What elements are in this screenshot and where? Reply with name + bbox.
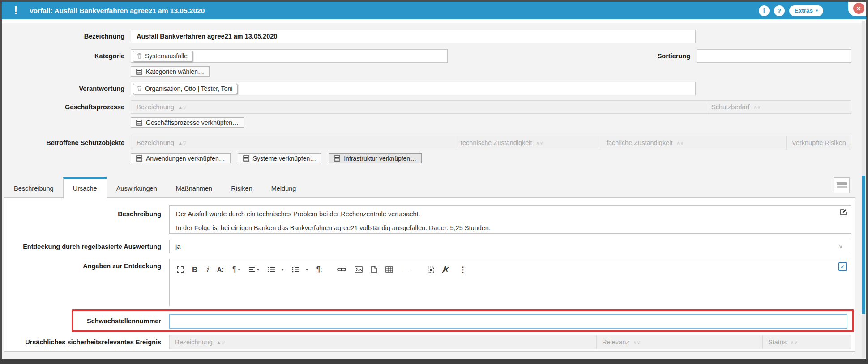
verantwortung-field[interactable]: Organisation, Otto | Tester, Toni (131, 82, 696, 95)
verantwortung-chip[interactable]: Organisation, Otto | Tester, Toni (133, 84, 237, 94)
tab-risiken[interactable]: Risiken (222, 179, 262, 198)
beschreibung-paragraph: Der Ausfall wurde durch ein technisches … (176, 210, 851, 218)
column-verknuepfte-risiken[interactable]: Verknüpfte Risiken ∧∨ (786, 136, 851, 150)
kategorie-chip[interactable]: Systemausfälle (133, 51, 192, 61)
verantwortung-label: Verantwortung (27, 82, 124, 95)
verantwortung-chip-label: Organisation, Otto | Tester, Toni (145, 85, 232, 92)
kategorien-waehlen-button[interactable]: Kategorien wählen… (131, 66, 210, 77)
sort-icon: ∧∨ (850, 141, 851, 146)
bezeichnung-input[interactable] (131, 30, 696, 43)
sortierung-input[interactable] (697, 49, 851, 63)
schutzobjekte-table-header: Bezeichnung ▲▽ technische Zuständigkeit … (131, 136, 851, 150)
fullscreen-icon[interactable] (177, 266, 184, 273)
sort-icon: ∧∨ (536, 141, 544, 146)
chevron-down-icon: ∨ (838, 243, 843, 250)
schwachstellennummer-input[interactable] (169, 314, 847, 329)
edit-icon[interactable] (840, 208, 847, 218)
extras-label: Extras (795, 7, 813, 14)
chevron-down-icon: ▾ (238, 268, 240, 272)
rows-icon (837, 182, 847, 189)
select-all-icon[interactable] (428, 266, 434, 273)
geschaeftsprozesse-table-header: Bezeichnung ▲▽ Schutzbedarf ∧∨ (131, 100, 851, 114)
entdeckung-value: ja (175, 243, 180, 251)
column-relevanz[interactable]: Relevanz ∧∨ (596, 335, 762, 349)
close-corner: × (848, 2, 866, 16)
tab-ursache[interactable]: Ursache (63, 177, 107, 198)
link-icon[interactable] (337, 267, 346, 272)
geschaeftsprozesse-verknuepfen-label: Geschäftsprozesse verknüpfen… (146, 119, 239, 126)
column-schutzbedarf[interactable]: Schutzbedarf ∧∨ (706, 101, 851, 113)
column-technische-zustaendigkeit[interactable]: technische Zuständigkeit ∧∨ (455, 136, 601, 150)
angaben-editor[interactable]: B i A: ¶▾ ▾ ▾ ▾ ¶: — A ⋮ ✓ (169, 259, 851, 306)
align-icon[interactable]: ▾ (248, 267, 259, 272)
chevron-down-icon: ▾ (306, 268, 308, 272)
ordered-list-icon[interactable]: ▾ (268, 267, 284, 273)
clear-format-icon[interactable]: A (443, 266, 448, 273)
kategorie-label: Kategorie (27, 49, 124, 63)
tab-massnahmen[interactable]: Maßnahmen (167, 179, 222, 198)
schutzobjekte-label: Betroffene Schutzobjekte (27, 136, 124, 150)
tab-meldung[interactable]: Meldung (262, 179, 306, 198)
tab-auswirkungen[interactable]: Auswirkungen (107, 179, 167, 198)
angaben-checkbox[interactable]: ✓ (838, 262, 847, 271)
ursache-beschreibung-label: Beschreibung (45, 210, 161, 218)
beschreibung-paragraph: In der Folge ist bei einigen Banken das … (176, 224, 851, 232)
layout-rows-button[interactable] (834, 177, 850, 193)
alert-icon: ! (14, 5, 17, 16)
scrollbar-thumb[interactable] (862, 176, 865, 314)
ursache-beschreibung-box[interactable]: Der Ausfall wurde durch ein technisches … (169, 205, 851, 234)
sort-icon: ▲▽ (178, 105, 187, 110)
entdeckung-label: Entdeckung durch regelbasierte Auswertun… (18, 243, 161, 250)
incident-window: ! Vorfall: Ausfall Bankverfahren agree21… (0, 0, 868, 364)
bezeichnung-label: Bezeichnung (27, 30, 124, 43)
info-icon[interactable]: i (759, 5, 770, 16)
file-icon[interactable] (371, 266, 377, 273)
column-bezeichnung[interactable]: Bezeichnung ▲▽ (131, 136, 455, 150)
help-icon[interactable]: ? (774, 5, 785, 16)
italic-icon[interactable]: i (206, 266, 208, 274)
paragraph-direction-icon[interactable]: ¶: (316, 266, 322, 273)
window-bottom-border (0, 359, 868, 364)
kategorie-field[interactable]: Systemausfälle (131, 49, 448, 63)
geschaeftsprozesse-verknuepfen-button[interactable]: Geschäftsprozesse verknüpfen… (131, 117, 244, 128)
list-icon (243, 155, 249, 162)
systeme-verknuepfen-label: Systeme verknüpfen… (253, 155, 316, 162)
unordered-list-icon[interactable]: ▾ (292, 267, 308, 273)
chevron-down-icon: ▾ (816, 8, 818, 13)
image-icon[interactable] (355, 266, 363, 273)
table-icon[interactable] (385, 266, 393, 273)
sortierung-label: Sortierung (604, 49, 690, 63)
list-icon (136, 155, 142, 162)
font-size-icon[interactable]: A: (217, 266, 224, 273)
trash-icon (137, 86, 142, 91)
paragraph-style-icon[interactable]: ¶▾ (232, 266, 240, 273)
angaben-label: Angaben zur Entdeckung (45, 262, 161, 270)
entdeckung-select[interactable]: ja ∨ (169, 240, 851, 253)
trash-icon (137, 53, 142, 59)
sort-icon: ∧∨ (791, 340, 798, 345)
column-bezeichnung[interactable]: Bezeichnung ▲▽ (170, 335, 596, 349)
titlebar: ! Vorfall: Ausfall Bankverfahren agree21… (2, 2, 866, 19)
bold-icon[interactable]: B (192, 266, 197, 274)
anwendungen-verknuepfen-label: Anwendungen verknüpfen… (146, 155, 225, 162)
window-title: Vorfall: Ausfall Bankverfahren agree21 a… (29, 7, 205, 15)
chevron-down-icon: ▾ (282, 268, 284, 272)
list-icon (136, 69, 142, 75)
sort-icon: ▲▽ (217, 340, 226, 345)
column-bezeichnung[interactable]: Bezeichnung ▲▽ (131, 101, 706, 113)
extras-button[interactable]: Extras ▾ (789, 5, 823, 16)
list-icon (136, 120, 142, 126)
systeme-verknuepfen-button[interactable]: Systeme verknüpfen… (238, 153, 322, 163)
anwendungen-verknuepfen-button[interactable]: Anwendungen verknüpfen… (131, 153, 231, 163)
geschaeftsprozesse-label: Geschäftsprozesse (27, 100, 124, 114)
tabbar: Beschreibung Ursache Auswirkungen Maßnah… (4, 176, 305, 198)
editor-toolbar: B i A: ¶▾ ▾ ▾ ▾ ¶: — A ⋮ (170, 259, 851, 276)
sort-icon: ∧∨ (633, 340, 641, 345)
infrastruktur-verknuepfen-button[interactable]: Infrastruktur verknüpfen… (329, 153, 422, 163)
column-fachliche-zustaendigkeit[interactable]: fachliche Zuständigkeit ∧∨ (601, 136, 786, 150)
column-status[interactable]: Status ∧∨ (762, 335, 851, 349)
horizontal-rule-icon[interactable]: — (402, 266, 409, 274)
tab-beschreibung[interactable]: Beschreibung (4, 179, 63, 198)
close-icon[interactable]: × (853, 3, 864, 14)
more-options-icon[interactable]: ⋮ (459, 266, 466, 274)
